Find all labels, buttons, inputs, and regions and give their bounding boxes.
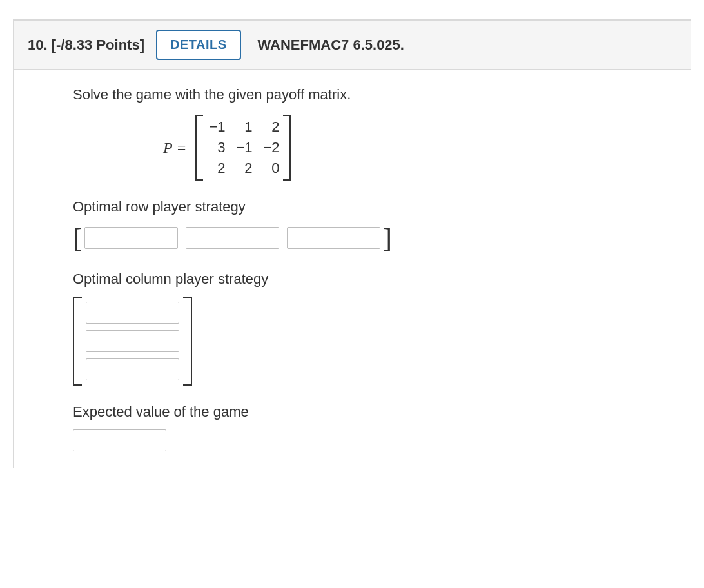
matrix-bracket-right: [284, 115, 291, 181]
matrix-cell: −2: [261, 139, 279, 156]
row-strategy-input-2[interactable]: [186, 227, 279, 249]
matrix-cell: 0: [261, 160, 279, 177]
question-number: 10.: [28, 37, 48, 53]
col-bracket-left: [73, 297, 81, 386]
col-strategy-input-3[interactable]: [86, 358, 179, 380]
expected-value-input[interactable]: [73, 429, 166, 451]
matrix-cell: 2: [261, 119, 279, 135]
question-points: [-/8.33 Points]: [52, 37, 144, 53]
row-strategy-label: Optimal row player strategy: [73, 199, 691, 215]
matrix-grid: −1 1 2 3 −1 −2 2 2 0: [202, 115, 284, 181]
matrix-cell: −1: [234, 139, 252, 156]
question-body: Solve the game with the given payoff mat…: [14, 70, 691, 468]
col-strategy-block: [73, 297, 691, 386]
matrix-label: P =: [163, 139, 186, 157]
matrix-cell: 1: [234, 119, 252, 135]
question-container: 10. [-/8.33 Points] DETAILS WANEFMAC7 6.…: [13, 19, 691, 468]
question-prompt: Solve the game with the given payoff mat…: [73, 86, 691, 103]
expected-value-label: Expected value of the game: [73, 404, 691, 420]
row-strategy-input-1[interactable]: [84, 227, 178, 249]
expected-value-block: [73, 429, 691, 451]
row-bracket-right: ]: [383, 224, 392, 251]
col-strategy-label: Optimal column player strategy: [73, 271, 691, 288]
row-strategy-block: [ ]: [73, 224, 691, 251]
row-strategy-input-3[interactable]: [287, 227, 380, 249]
question-header: 10. [-/8.33 Points] DETAILS WANEFMAC7 6.…: [14, 21, 691, 70]
matrix-cell: 2: [207, 160, 225, 177]
col-strategy-input-2[interactable]: [86, 330, 179, 352]
details-button[interactable]: DETAILS: [156, 30, 241, 60]
matrix-bracket-left: [195, 115, 202, 181]
row-bracket-left: [: [73, 224, 82, 251]
matrix-cell: 2: [234, 160, 252, 177]
question-number-points: 10. [-/8.33 Points]: [28, 37, 144, 54]
question-source: WANEFMAC7 6.5.025.: [258, 37, 404, 54]
payoff-matrix-block: P = −1 1 2 3 −1 −2 2 2 0: [163, 115, 691, 181]
matrix-cell: −1: [207, 119, 225, 135]
col-bracket-right: [184, 297, 192, 386]
col-strategy-inputs: [81, 297, 184, 386]
matrix-cell: 3: [207, 139, 225, 156]
col-strategy-input-1[interactable]: [86, 302, 179, 324]
row-strategy-inputs: [82, 224, 383, 251]
payoff-matrix: −1 1 2 3 −1 −2 2 2 0: [195, 115, 291, 181]
